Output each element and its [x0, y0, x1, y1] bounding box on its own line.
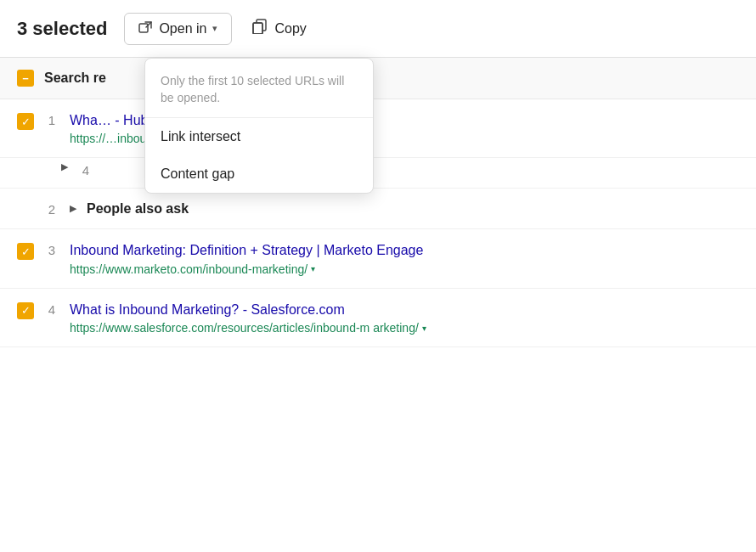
- copy-label: Copy: [274, 21, 306, 37]
- checkbox-row4[interactable]: ✓: [17, 302, 34, 319]
- url-chevron-icon-3: ▾: [311, 264, 315, 273]
- result-url-3[interactable]: https://www.marketo.com/inbound-marketin…: [70, 262, 739, 276]
- sub-row-1: ▶ 4: [0, 158, 756, 189]
- section-title: Search re: [44, 70, 106, 86]
- result-content-3: Inbound Marketing: Definition + Strategy…: [70, 241, 739, 275]
- row-number: 1: [44, 113, 59, 127]
- group-row-people-also-ask: 2 ▶ People also ask: [0, 189, 756, 229]
- open-in-label: Open in: [159, 21, 206, 37]
- chevron-down-icon: ▾: [212, 23, 217, 34]
- url-chevron-icon-4: ▾: [422, 324, 426, 333]
- table-row-3: ✓ 3 Inbound Marketing: Definition + Stra…: [0, 229, 756, 288]
- sub-row-num: 4: [78, 163, 93, 177]
- results-list: − Search re ✓ 1 Wha… - HubSpot https://……: [0, 58, 756, 347]
- row-number-3: 3: [44, 243, 59, 257]
- section-header: − Search re: [0, 58, 756, 99]
- row-number-4: 4: [44, 302, 59, 317]
- selected-count: 3 selected: [17, 18, 107, 40]
- copy-icon: [252, 19, 268, 38]
- open-in-dropdown: Only the first 10 selected URLs will be …: [144, 58, 374, 194]
- svg-rect-2: [253, 23, 262, 34]
- copy-button[interactable]: Copy: [249, 12, 309, 45]
- table-row-4: ✓ 4 What is Inbound Marketing? - Salesfo…: [0, 289, 756, 347]
- dropdown-note: Only the first 10 selected URLs will be …: [145, 59, 373, 118]
- toolbar: 3 selected Open in ▾ Copy Only the first…: [0, 0, 756, 58]
- checkbox-row3[interactable]: ✓: [17, 243, 34, 260]
- group-label-2: People also ask: [87, 201, 189, 217]
- minus-checkbox[interactable]: −: [17, 70, 34, 87]
- result-title-3[interactable]: Inbound Marketing: Definition + Strategy…: [70, 241, 739, 260]
- result-title-4[interactable]: What is Inbound Marketing? - Salesforce.…: [70, 301, 739, 319]
- expand-icon-2[interactable]: ▶: [70, 203, 76, 214]
- row-number-2: 2: [44, 202, 59, 217]
- triangle-icon: ▶: [61, 161, 68, 172]
- dropdown-item-link-intersect[interactable]: Link intersect: [145, 118, 373, 155]
- svg-rect-0: [139, 24, 148, 32]
- open-in-icon: [138, 20, 153, 37]
- result-url-4[interactable]: https://www.salesforce.com/resources/art…: [70, 321, 739, 335]
- dropdown-item-content-gap[interactable]: Content gap: [145, 155, 373, 193]
- open-in-button[interactable]: Open in ▾: [124, 13, 232, 45]
- result-content-4: What is Inbound Marketing? - Salesforce.…: [70, 301, 739, 335]
- table-row: ✓ 1 Wha… - HubSpot https://…inbound-mark…: [0, 99, 756, 158]
- checkbox-row1[interactable]: ✓: [17, 113, 34, 130]
